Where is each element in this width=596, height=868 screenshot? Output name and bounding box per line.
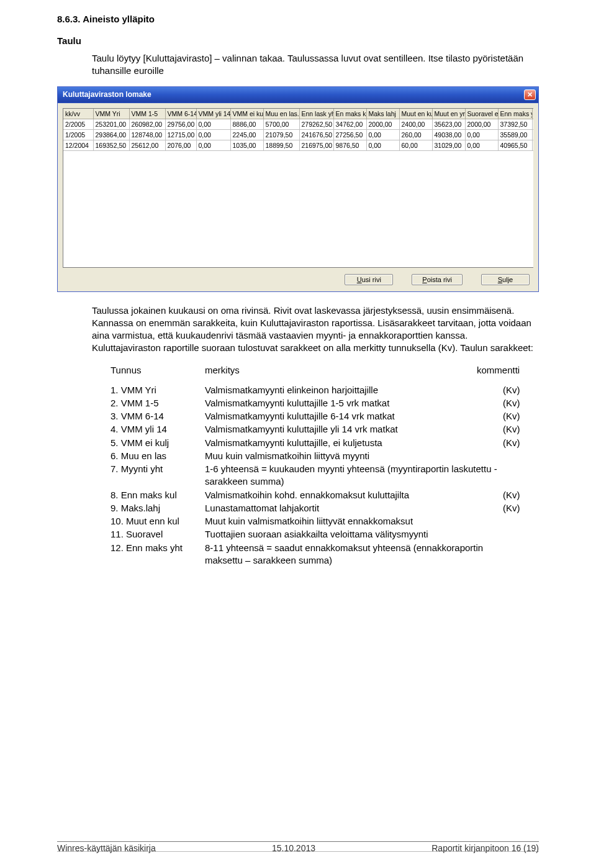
heading-taulu: Taulu [57,35,539,46]
col-muutenku[interactable]: Muut en ku [399,109,432,119]
col-vmmyli14[interactable]: VMM yli 14 [196,109,230,119]
close-button[interactable]: Sulje [481,274,530,285]
close-icon[interactable]: ✕ [524,89,536,100]
col-muutenyri[interactable]: Muut en yri [432,109,465,119]
paragraph-2: Taulussa jokainen kuukausi on oma rivins… [92,304,539,355]
col-makslahj[interactable]: Maks lahj [366,109,399,119]
definition-header: Tunnus merkitys kommentti [111,365,539,375]
data-table: kk/vv VMM Yri VMM 1-5 VMM 6-14 VMM yli 1… [63,108,533,268]
col-suoravel[interactable]: Suoravel en [465,109,498,119]
page-footer: Winres-käyttäjän käsikirja 15.10.2013 Ra… [57,841,539,853]
screenshot-window: Kuluttajaviraston lomake ✕ kk/vv VMM Yri… [57,86,539,292]
delete-row-button[interactable]: Poista rivi [412,274,463,285]
intro-paragraph: Taulu löytyy [Kuluttajavirasto] – valinn… [92,52,539,78]
new-row-button[interactable]: Uusi rivi [345,274,393,285]
definition-row: 4. VMM yli 14Valmismatkamyynti kuluttaji… [111,423,539,436]
table-row[interactable]: 1/2005 293864,00 128748,00 12715,00 0,00… [63,129,533,140]
definition-row: 5. VMM ei kuljValmismatkamyynti kuluttaj… [111,437,539,449]
definition-row: 10. Muut enn kulMuut kuin valmismatkoihi… [111,515,539,528]
footer-left: Winres-käyttäjän käsikirja [57,843,156,853]
definition-row: 9. Maks.lahjLunastamattomat lahjakortit(… [111,502,539,514]
definition-row: 3. VMM 6-14Valmismatkamyynti kuluttajill… [111,410,539,423]
col-enmaksku[interactable]: En maks ku [333,109,366,119]
definition-row: 12. Enn maks yht8-11 yhteensä = saadut e… [111,542,539,567]
section-number: 8.6.3. Aineisto ylläpito [57,14,539,24]
col-vmm614[interactable]: VMM 6-14 [165,109,196,119]
table-row[interactable]: 12/2004 169352,50 25612,00 2076,00 0,00 … [63,140,533,150]
footer-center: 15.10.2013 [272,843,315,853]
definition-row: 11. SuoravelTuottajien suoraan asiakkail… [111,528,539,541]
col-vmmyri[interactable]: VMM Yri [93,109,129,119]
definition-row: 2. VMM 1-5Valmismatkamyynti kuluttajille… [111,397,539,409]
window-titlebar: Kuluttajaviraston lomake ✕ [58,87,538,103]
footer-right: Raportit kirjanpitoon 16 (19) [431,843,539,853]
definition-row: 1. VMM YriValmismatkamyynti elinkeinon h… [111,384,539,396]
col-spare [532,109,533,119]
col-ennmaksy[interactable]: Enn maks y [498,109,532,119]
col-muuenlas[interactable]: Muu en las. [263,109,299,119]
definition-row: 7. Myynti yht1-6 yhteensä = kuukauden my… [111,463,539,488]
col-vmm15[interactable]: VMM 1-5 [129,109,165,119]
col-kkvv[interactable]: kk/vv [63,109,93,119]
window-title: Kuluttajaviraston lomake [63,90,151,99]
definition-row: 6. Muu en lasMuu kuin valmismatkoihin li… [111,450,539,462]
col-vmmeikulj[interactable]: VMM ei kulj [230,109,263,119]
table-header-row: kk/vv VMM Yri VMM 1-5 VMM 6-14 VMM yli 1… [63,109,533,119]
window-buttons: Uusi rivi Poista rivi Sulje [58,272,538,291]
col-ennlask[interactable]: Enn lask yh [299,109,333,119]
table-row[interactable]: 2/2005 253201,00 260982,00 29756,00 0,00… [63,119,533,129]
definition-row: 8. Enn maks kulValmismatkoihin kohd. enn… [111,489,539,501]
